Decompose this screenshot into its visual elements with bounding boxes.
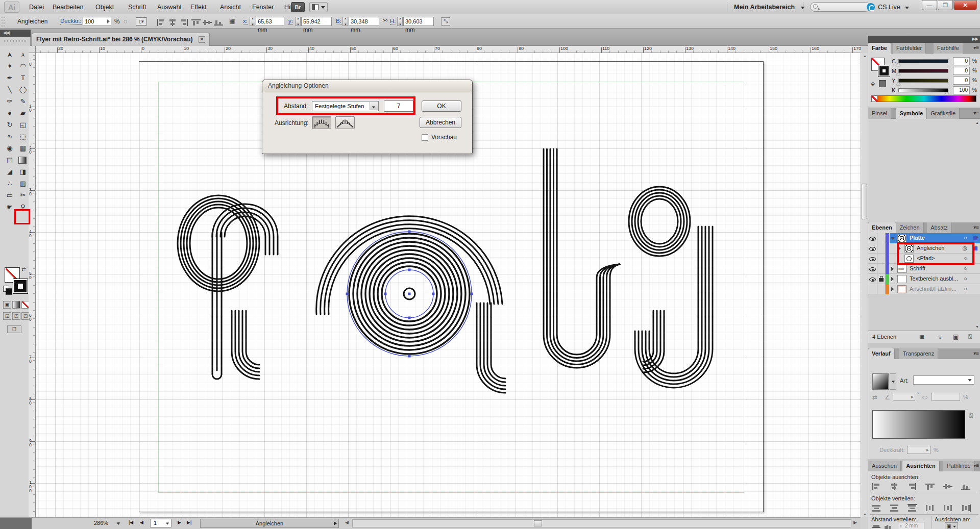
eraser-tool[interactable]: ▰ bbox=[16, 108, 30, 119]
channel-value[interactable]: 0 bbox=[953, 77, 970, 85]
make-clipping-mask-icon[interactable]: ◙ bbox=[920, 333, 924, 340]
scale-tool[interactable]: ◱ bbox=[16, 119, 30, 131]
align-right-icon[interactable] bbox=[179, 17, 190, 27]
close-tab-icon[interactable]: ✕ bbox=[199, 36, 205, 43]
x-link[interactable]: x: bbox=[243, 18, 248, 24]
y-input[interactable]: 55,942 mm bbox=[301, 17, 332, 26]
layer-thumbnail[interactable] bbox=[897, 285, 906, 293]
horizontal-scroll-thumb[interactable] bbox=[534, 520, 542, 526]
slider-thumb[interactable] bbox=[896, 82, 900, 85]
slider-thumb[interactable] bbox=[896, 72, 900, 75]
layer-name[interactable]: Textbereich ausbl... bbox=[910, 275, 958, 282]
shape-builder-tool[interactable]: ◉ bbox=[3, 143, 16, 155]
arrange-documents-button[interactable] bbox=[309, 2, 328, 12]
scroll-up-icon[interactable]: ▲ bbox=[975, 235, 979, 238]
layer-name[interactable]: Schrift bbox=[910, 265, 925, 271]
tab-pinsel[interactable]: Pinsel bbox=[868, 108, 891, 119]
transform-icon[interactable]: ⤡ bbox=[441, 17, 450, 26]
expand-closed-icon[interactable] bbox=[891, 277, 894, 281]
gamut-swatch[interactable] bbox=[879, 80, 886, 87]
cs-live-button[interactable]: CS Live bbox=[878, 0, 909, 14]
dock-collapse-header[interactable]: ▶▶ bbox=[868, 36, 980, 43]
opacity-link[interactable]: Deckkr.: bbox=[60, 18, 82, 24]
panel-menu-icon[interactable]: ▾≡ bbox=[973, 463, 979, 468]
bridge-button[interactable]: Br bbox=[291, 2, 305, 12]
tab-grafikstile[interactable]: Grafikstile bbox=[927, 108, 960, 119]
delete-layer-icon[interactable]: ⍂ bbox=[968, 333, 972, 340]
height-input[interactable]: 30,603 mm bbox=[403, 17, 434, 26]
spacing-input[interactable]: ⇕ 2 mm bbox=[898, 522, 924, 529]
channel-value[interactable]: 0 bbox=[953, 67, 970, 75]
line-segment-tool[interactable]: ╲ bbox=[3, 84, 16, 96]
menu-bearbeiten[interactable]: Bearbeiten bbox=[47, 0, 89, 14]
default-fill-stroke-icon[interactable] bbox=[3, 286, 9, 292]
lasso-tool[interactable]: ◠ bbox=[16, 61, 30, 72]
menu-fenster[interactable]: Fenster bbox=[247, 0, 279, 14]
reference-point-icon[interactable]: ▦ bbox=[229, 17, 235, 24]
align-left-icon[interactable] bbox=[156, 17, 167, 27]
channel-slider[interactable] bbox=[898, 79, 948, 83]
new-sublayer-icon[interactable]: ⬎ bbox=[937, 333, 942, 340]
angle-input[interactable]: ▸ bbox=[893, 393, 915, 401]
align-to-button[interactable]: ▣ bbox=[945, 522, 958, 529]
swap-fill-stroke-icon[interactable]: ⇄ bbox=[21, 266, 26, 272]
align-hcenter-icon[interactable] bbox=[167, 17, 179, 27]
reverse-gradient-icon[interactable]: ⇄ bbox=[872, 394, 877, 401]
toolbar-collapse-header[interactable]: ◀◀ bbox=[0, 30, 31, 37]
toolbar-grip[interactable] bbox=[0, 37, 31, 46]
tab-ebenen[interactable]: Ebenen bbox=[868, 222, 896, 233]
align-dist-right-icon[interactable] bbox=[961, 503, 978, 512]
scroll-right-icon[interactable]: ▶ bbox=[853, 520, 857, 525]
app-logo[interactable]: Ai bbox=[4, 2, 19, 13]
free-transform-tool[interactable]: ⬚ bbox=[16, 131, 30, 143]
orient-to-path-button[interactable] bbox=[335, 116, 355, 129]
direct-selection-tool[interactable]: ➢ bbox=[17, 48, 29, 62]
channel-value[interactable]: 100 bbox=[953, 86, 970, 94]
pencil-tool[interactable]: ✎ bbox=[16, 96, 30, 108]
expand-closed-icon[interactable] bbox=[891, 267, 894, 271]
align-hcenter-icon[interactable] bbox=[889, 482, 907, 491]
tab-farbhilfe[interactable]: Farbhilfe bbox=[934, 43, 963, 54]
channel-value[interactable]: 0 bbox=[953, 57, 970, 65]
opacity-mask-icon[interactable]: ◌ bbox=[124, 17, 128, 25]
target-icon[interactable]: ○ bbox=[964, 265, 967, 271]
layer-name[interactable]: Platte bbox=[910, 235, 925, 241]
opacity-input[interactable]: 100 bbox=[83, 17, 111, 26]
layer-row-schrift[interactable]: ᴡᴏʀSchrift○ bbox=[868, 264, 980, 274]
channel-slider[interactable] bbox=[898, 69, 948, 73]
slice-tool[interactable]: ✂ bbox=[16, 190, 30, 201]
vertical-scrollbar[interactable]: ▲ ▼ bbox=[861, 53, 868, 517]
tab-verlauf[interactable]: Verlauf bbox=[868, 348, 895, 359]
align-top-icon[interactable] bbox=[191, 17, 202, 27]
layer-row-platte[interactable]: Platte○ bbox=[868, 233, 980, 243]
tab-transparenz[interactable]: Transparenz bbox=[899, 348, 938, 359]
color-mode-button[interactable]: ▣ bbox=[3, 301, 11, 309]
tab-absatz[interactable]: Absatz bbox=[927, 222, 952, 233]
visibility-cell[interactable] bbox=[868, 274, 877, 284]
page-select[interactable]: 1 bbox=[150, 519, 172, 527]
lock-cell[interactable] bbox=[877, 254, 886, 264]
aspect-input[interactable] bbox=[932, 393, 960, 401]
lock-cell[interactable] bbox=[877, 233, 886, 243]
ellipse-tool[interactable]: ◯ bbox=[16, 84, 30, 96]
panel-menu-icon[interactable]: ▾≡ bbox=[973, 350, 979, 356]
panel-menu-icon[interactable]: ▾≡ bbox=[973, 45, 979, 51]
y-stepper[interactable] bbox=[295, 17, 301, 26]
ok-button[interactable]: OK bbox=[422, 100, 461, 112]
stop-opacity-input[interactable]: ▸ bbox=[907, 446, 930, 454]
link-dimensions-icon[interactable]: ⚯ bbox=[383, 17, 387, 24]
visibility-cell[interactable] bbox=[868, 243, 877, 254]
gradient-swatch-arrow[interactable] bbox=[890, 373, 896, 390]
column-graph-tool[interactable]: ▥ bbox=[16, 178, 30, 190]
gradient-type-select[interactable] bbox=[913, 375, 974, 385]
tab-aussehen[interactable]: Aussehen bbox=[868, 461, 901, 471]
perspective-grid-tool[interactable]: ▦ bbox=[16, 143, 30, 155]
tab-pathfinde[interactable]: Pathfinde bbox=[943, 461, 974, 471]
x-stepper[interactable] bbox=[250, 17, 255, 26]
zoom-dropdown-icon[interactable] bbox=[116, 522, 120, 525]
pen-tool[interactable]: ✒ bbox=[3, 72, 16, 84]
y-link[interactable]: y: bbox=[288, 18, 293, 24]
align-top-icon[interactable] bbox=[925, 482, 943, 491]
width-tool[interactable]: ∿ bbox=[3, 131, 16, 143]
tab-farbe[interactable]: Farbe bbox=[868, 43, 891, 54]
